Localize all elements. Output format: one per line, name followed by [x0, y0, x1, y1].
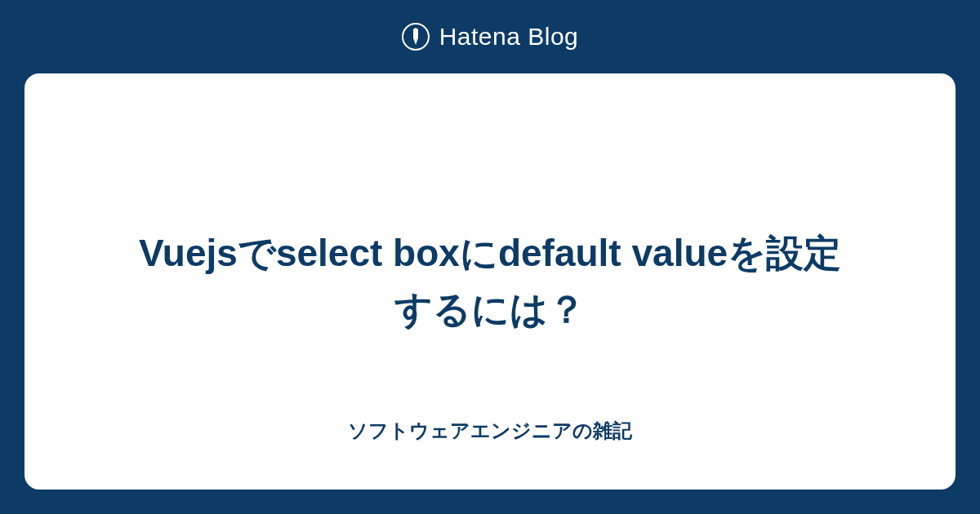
- brand-text: Hatena Blog: [439, 23, 579, 51]
- blog-name: ソフトウェアエンジニアの雑記: [348, 418, 632, 444]
- article-card: Vuejsでselect boxにdefault valueを設定するには？ ソ…: [24, 73, 956, 490]
- article-title: Vuejsでselect boxにdefault valueを設定するには？: [122, 225, 858, 338]
- header: Hatena Blog: [402, 0, 579, 73]
- hatena-logo-icon: [402, 23, 430, 51]
